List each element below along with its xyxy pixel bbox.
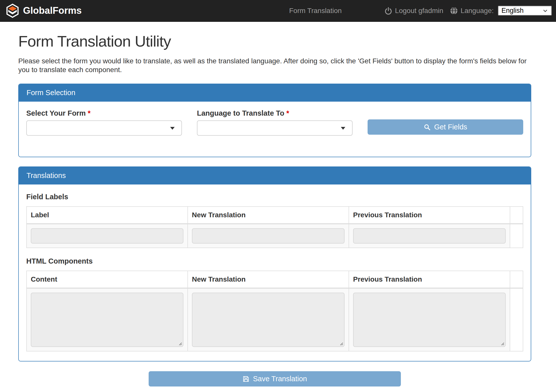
label-cell (27, 224, 188, 248)
previous-translation-cell (349, 224, 510, 248)
field-labels-row (27, 224, 523, 248)
translations-panel: Translations Field Labels Label New Tran… (18, 166, 531, 361)
language-select-value: English (501, 7, 524, 15)
form-select-dropdown[interactable] (26, 120, 182, 136)
translations-panel-body: Field Labels Label New Translation Previ… (19, 184, 531, 361)
required-asterisk: * (88, 109, 91, 117)
empty-cell (510, 288, 523, 351)
language-to-translate-group: Language to Translate To * (197, 109, 353, 136)
caret-down-icon (341, 127, 345, 130)
new-translation-cell (188, 288, 349, 351)
brand-label: GlobalForms (23, 5, 82, 16)
previous-translation-textarea[interactable] (353, 293, 506, 347)
html-components-heading: HTML Components (26, 257, 523, 265)
select-form-group: Select Your Form * (26, 109, 182, 136)
navbar-right: Form Translation Logout gfadmin Language… (289, 6, 552, 16)
previous-translation-input[interactable] (353, 228, 506, 244)
new-translation-textarea[interactable] (192, 293, 345, 347)
column-header-previous-translation: Previous Translation (349, 271, 510, 288)
logout-link[interactable]: Logout gfadmin (384, 7, 443, 15)
form-selection-panel: Form Selection Select Your Form * Langua… (18, 84, 531, 157)
language-to-translate-dropdown[interactable] (197, 120, 353, 136)
html-components-row (27, 288, 523, 351)
chevron-down-icon (542, 8, 548, 14)
new-translation-cell (188, 224, 349, 248)
nav-link-form-translation[interactable]: Form Translation (289, 7, 342, 15)
save-button-row: Save Translation (18, 371, 531, 386)
save-translation-button-label: Save Translation (253, 375, 307, 383)
content-cell (27, 288, 188, 351)
field-labels-heading: Field Labels (26, 193, 523, 201)
save-translation-button[interactable]: Save Translation (149, 371, 401, 386)
column-header-label: Label (27, 207, 188, 224)
content-textarea[interactable] (31, 293, 183, 347)
language-group: Language: (450, 7, 494, 15)
html-components-header-row: Content New Translation Previous Transla… (27, 271, 523, 288)
language-to-translate-label: Language to Translate To * (197, 109, 353, 117)
get-fields-group: Get Fields (368, 109, 523, 136)
column-header-content: Content (27, 271, 188, 288)
column-header-new-translation: New Translation (188, 271, 349, 288)
page-description: Please select the form you would like to… (18, 57, 531, 74)
resize-grip-icon (178, 342, 182, 346)
navbar: GlobalForms Form Translation Logout gfad… (0, 0, 556, 22)
new-translation-input[interactable] (192, 228, 345, 244)
column-header-empty (510, 207, 523, 224)
select-form-label: Select Your Form * (26, 109, 182, 117)
save-icon (242, 375, 249, 382)
translations-panel-title: Translations (19, 167, 531, 184)
column-header-empty (510, 271, 523, 288)
field-labels-table: Label New Translation Previous Translati… (26, 206, 523, 248)
empty-cell (510, 224, 523, 248)
column-header-new-translation: New Translation (188, 207, 349, 224)
form-selection-panel-title: Form Selection (19, 84, 531, 102)
power-icon (384, 7, 392, 15)
language-select[interactable]: English (498, 6, 552, 16)
logout-label: Logout gfadmin (395, 7, 443, 15)
get-fields-button-label: Get Fields (434, 123, 467, 131)
page-title: Form Translation Utility (18, 32, 531, 50)
previous-translation-cell (349, 288, 510, 351)
globe-icon (450, 7, 458, 15)
get-fields-button[interactable]: Get Fields (368, 119, 523, 135)
label-spacer (368, 109, 523, 119)
resize-grip-icon (501, 342, 504, 346)
field-labels-header-row: Label New Translation Previous Translati… (27, 207, 523, 224)
search-icon (424, 124, 431, 131)
main-content: Form Translation Utility Please select t… (0, 32, 556, 386)
column-header-previous-translation: Previous Translation (349, 207, 510, 224)
html-components-table: Content New Translation Previous Transla… (26, 271, 523, 351)
brand[interactable]: GlobalForms (6, 4, 82, 18)
language-label: Language: (461, 7, 494, 15)
required-asterisk: * (286, 109, 289, 117)
caret-down-icon (170, 127, 175, 130)
globalforms-logo-icon (6, 4, 19, 18)
label-input[interactable] (31, 228, 183, 244)
resize-grip-icon (340, 342, 343, 346)
form-selection-panel-body: Select Your Form * Language to Translate… (19, 102, 531, 157)
